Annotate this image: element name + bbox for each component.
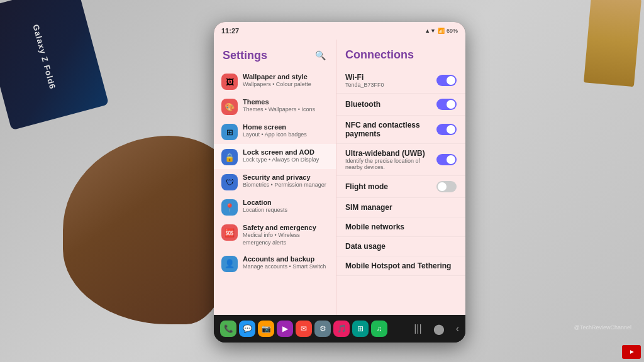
location-subtitle: Location requests (243, 207, 328, 214)
nfc-label: NFC and contactless payments (345, 121, 436, 138)
settings-item-security[interactable]: 🛡 Security and privacy Biometrics • Perm… (214, 169, 336, 194)
flight-toggle[interactable] (436, 181, 457, 192)
home-text: Home screen Layout • App icon badges (243, 123, 328, 139)
app-email[interactable]: ✉ (296, 321, 312, 337)
nav-recent[interactable]: ||| (414, 323, 421, 334)
settings-item-accounts[interactable]: 👤 Accounts and backup Manage accounts • … (214, 251, 336, 276)
bluetooth-info: Bluetooth (345, 100, 380, 109)
wallpaper-title: Wallpaper and style (243, 72, 328, 81)
data-info: Data usage (345, 242, 386, 251)
wifi-network: Tenda_B73FF0 (345, 82, 384, 88)
phone-box-label: Galaxy Z Fold6 (31, 23, 57, 90)
app-messages[interactable]: 💬 (239, 321, 255, 337)
search-button[interactable]: 🔍 (313, 48, 327, 62)
safety-text: Safety and emergency Medical info • Wire… (243, 223, 328, 247)
wood-item (584, 0, 641, 87)
hotspot-label: Mobile Hotspot and Tethering (345, 261, 451, 270)
nfc-toggle[interactable] (436, 124, 457, 135)
security-icon: 🛡 (221, 174, 238, 190)
wallpaper-text: Wallpaper and style Wallpapers • Colour … (243, 72, 328, 89)
safety-icon: 🆘 (221, 224, 238, 241)
conn-item-flight[interactable]: Flight mode (336, 176, 465, 198)
accounts-subtitle: Manage accounts • Smart Switch (243, 263, 328, 271)
data-label: Data usage (345, 242, 386, 251)
settings-list: 🖼 Wallpaper and style Wallpapers • Colou… (214, 69, 336, 276)
uwb-info: Ultra-wideband (UWB) Identify the precis… (345, 149, 436, 170)
nav-back[interactable]: ‹ (456, 323, 459, 334)
accounts-icon: 👤 (221, 256, 238, 272)
tablet-device: 11:27 ▲▼ 📶 69% Settings 🔍 🖼 Wallpaper an… (214, 22, 465, 343)
app-grid[interactable]: ⊞ (352, 321, 369, 337)
battery-icon: 69% (447, 28, 458, 34)
wifi-toggle[interactable] (436, 75, 457, 86)
app-settings[interactable]: ⚙ (314, 321, 331, 337)
app-spotify[interactable]: ♫ (371, 321, 387, 337)
themes-icon: 🎨 (221, 99, 238, 115)
location-title: Location (243, 198, 328, 207)
settings-title: Settings (223, 49, 267, 62)
uwb-toggle[interactable] (436, 154, 457, 165)
nfc-info: NFC and contactless payments (345, 121, 436, 138)
conn-item-hotspot[interactable]: Mobile Hotspot and Tethering (336, 256, 465, 276)
themes-text: Themes Themes • Wallpapers • Icons (243, 97, 328, 114)
wallpaper-icon: 🖼 (221, 74, 238, 90)
home-title: Home screen (243, 123, 328, 131)
status-time: 11:27 (221, 27, 239, 35)
watermark: @TechReviewChannel (574, 324, 631, 331)
settings-item-location[interactable]: 📍 Location Location requests (214, 194, 336, 219)
location-text: Location Location requests (243, 198, 328, 214)
uwb-desc: Identify the precise location of nearby … (345, 158, 436, 170)
settings-item-lock[interactable]: 🔒 Lock screen and AOD Lock type • Always… (214, 144, 336, 169)
conn-item-sim[interactable]: SIM manager (336, 198, 465, 217)
bluetooth-label: Bluetooth (345, 100, 380, 109)
app-camera[interactable]: 📷 (258, 321, 274, 337)
app-video[interactable]: ▶ (277, 321, 293, 337)
safety-subtitle: Medical info • Wireless emergency alerts (243, 232, 328, 246)
connections-panel: Connections Wi-Fi Tenda_B73FF0 Bluetooth (336, 40, 465, 315)
app-phone[interactable]: 📞 (220, 321, 236, 337)
conn-item-nfc[interactable]: NFC and contactless payments (336, 116, 465, 144)
nav-bar: 📞 💬 📷 ▶ ✉ ⚙ 🎵 ⊞ ♫ ||| ⬤ ‹ (214, 315, 465, 343)
safety-title: Safety and emergency (243, 223, 328, 232)
wifi-icon: 📶 (438, 28, 445, 34)
accounts-title: Accounts and backup (243, 255, 328, 263)
conn-item-data[interactable]: Data usage (336, 237, 465, 256)
mobile-label: Mobile networks (345, 222, 404, 231)
home-icon: ⊞ (221, 124, 238, 140)
uwb-label: Ultra-wideband (UWB) (345, 149, 436, 158)
security-subtitle: Biometrics • Permission manager (243, 182, 328, 189)
conn-item-wifi[interactable]: Wi-Fi Tenda_B73FF0 (336, 68, 465, 94)
conn-item-mobile[interactable]: Mobile networks (336, 217, 465, 237)
nav-buttons: ||| ⬤ ‹ (414, 323, 459, 335)
settings-item-safety[interactable]: 🆘 Safety and emergency Medical info • Wi… (214, 219, 336, 251)
corner-logo: ▶ (622, 345, 641, 359)
flight-info: Flight mode (345, 182, 388, 191)
lock-title: Lock screen and AOD (243, 148, 328, 156)
location-icon: 📍 (221, 199, 238, 216)
nav-home[interactable]: ⬤ (433, 323, 445, 335)
flight-label: Flight mode (345, 182, 388, 191)
hotspot-info: Mobile Hotspot and Tethering (345, 261, 451, 270)
settings-header: Settings 🔍 (214, 46, 336, 69)
status-icons: ▲▼ 📶 69% (425, 28, 458, 34)
app-music[interactable]: 🎵 (333, 321, 350, 337)
accounts-text: Accounts and backup Manage accounts • Sm… (243, 255, 328, 271)
device-content: Settings 🔍 🖼 Wallpaper and style Wallpap… (214, 40, 465, 315)
security-text: Security and privacy Biometrics • Permis… (243, 173, 328, 189)
conn-item-uwb[interactable]: Ultra-wideband (UWB) Identify the precis… (336, 144, 465, 176)
lock-subtitle: Lock type • Always On Display (243, 156, 328, 164)
lock-icon: 🔒 (221, 149, 238, 165)
wifi-info: Wi-Fi Tenda_B73FF0 (345, 73, 384, 88)
settings-item-themes[interactable]: 🎨 Themes Themes • Wallpapers • Icons (214, 94, 336, 119)
settings-item-home[interactable]: ⊞ Home screen Layout • App icon badges (214, 119, 336, 144)
signal-icon: ▲▼ (425, 28, 436, 34)
conn-item-bluetooth[interactable]: Bluetooth (336, 94, 465, 116)
connections-title: Connections (336, 46, 465, 68)
wifi-label: Wi-Fi (345, 73, 384, 82)
settings-item-wallpaper[interactable]: 🖼 Wallpaper and style Wallpapers • Colou… (214, 69, 336, 94)
wallpaper-subtitle: Wallpapers • Colour palette (243, 81, 328, 89)
themes-subtitle: Themes • Wallpapers • Icons (243, 106, 328, 114)
security-title: Security and privacy (243, 173, 328, 182)
mobile-info: Mobile networks (345, 222, 404, 231)
bluetooth-toggle[interactable] (436, 99, 457, 110)
